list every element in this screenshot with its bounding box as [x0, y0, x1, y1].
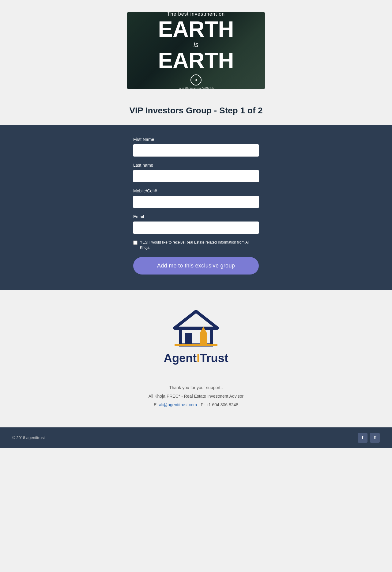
logo-container: AgentITrust: [164, 308, 228, 365]
logo-i: I: [197, 352, 200, 365]
logo-section: AgentITrust: [0, 290, 392, 380]
svg-marker-0: [175, 311, 217, 328]
logo-text: AgentITrust: [164, 352, 228, 365]
support-line3: E: ali@agentitrust.com - P: +1 604.306.8…: [0, 400, 392, 409]
email-group: Email: [133, 214, 259, 234]
signup-form: First Name Last name Mobile/Cell# Email …: [133, 137, 259, 275]
email-label: Email: [133, 214, 259, 219]
support-line1: Thank you for your support..: [0, 383, 392, 392]
last-name-input[interactable]: [133, 170, 259, 182]
first-name-group: First Name: [133, 137, 259, 157]
support-line2: Ali Khoja PREC* - Real Estate Investment…: [0, 392, 392, 400]
mobile-input[interactable]: [133, 196, 259, 208]
support-text: Thank you for your support.. Ali Khoja P…: [0, 383, 392, 409]
twitter-icon[interactable]: 𝕥: [370, 433, 380, 443]
footer-social: f 𝕥: [358, 433, 380, 443]
footer-copyright: © 2018 agentitrust: [12, 435, 45, 440]
consent-checkbox[interactable]: [133, 241, 138, 245]
hero-title-2: EARTH: [158, 49, 234, 71]
email-input[interactable]: [133, 222, 259, 234]
mobile-group: Mobile/Cell#: [133, 188, 259, 208]
hero-image: The best investment on EARTH is EARTH ✦ …: [127, 12, 265, 89]
hero-section: The best investment on EARTH is EARTH ✦ …: [0, 0, 392, 98]
footer: © 2018 agentitrust f 𝕥: [0, 427, 392, 448]
page-title-section: VIP Investors Group - Step 1 of 2: [0, 98, 392, 125]
logo-svg: [165, 308, 227, 348]
support-email-link[interactable]: ali@agentitrust.com: [159, 402, 197, 407]
hero-is: is: [158, 41, 234, 49]
checkbox-label[interactable]: YES! I would like to receive Real Estate…: [140, 240, 259, 250]
support-phone: - P: +1 604.306.8248: [197, 402, 238, 407]
hero-caption: Louis Glickman via GetRich.ly: [158, 87, 234, 89]
hero-title-1: EARTH: [158, 18, 234, 40]
mobile-label: Mobile/Cell#: [133, 188, 259, 193]
svg-rect-3: [200, 333, 207, 345]
logo-agent: Agent: [164, 352, 197, 365]
support-section: Thank you for your support.. Ali Khoja P…: [0, 380, 392, 427]
form-container: First Name Last name Mobile/Cell# Email …: [127, 137, 265, 275]
form-section: First Name Last name Mobile/Cell# Email …: [0, 125, 392, 290]
last-name-label: Last name: [133, 163, 259, 168]
checkbox-group: YES! I would like to receive Real Estate…: [133, 240, 259, 250]
last-name-group: Last name: [133, 163, 259, 182]
submit-button[interactable]: Add me to this exclusive group: [133, 257, 259, 275]
page-title: VIP Investors Group - Step 1 of 2: [0, 106, 392, 116]
hero-badge-symbol: ✦: [194, 77, 198, 83]
first-name-label: First Name: [133, 137, 259, 142]
hero-subtitle: The best investment on: [158, 12, 234, 17]
svg-rect-2: [185, 333, 192, 345]
facebook-icon[interactable]: f: [358, 433, 368, 443]
support-email-prefix: E:: [154, 402, 159, 407]
logo-trust: Trust: [200, 352, 228, 365]
first-name-input[interactable]: [133, 144, 259, 157]
hero-text-block: The best investment on EARTH is EARTH ✦ …: [158, 12, 234, 89]
hero-badge: ✦: [190, 74, 202, 85]
